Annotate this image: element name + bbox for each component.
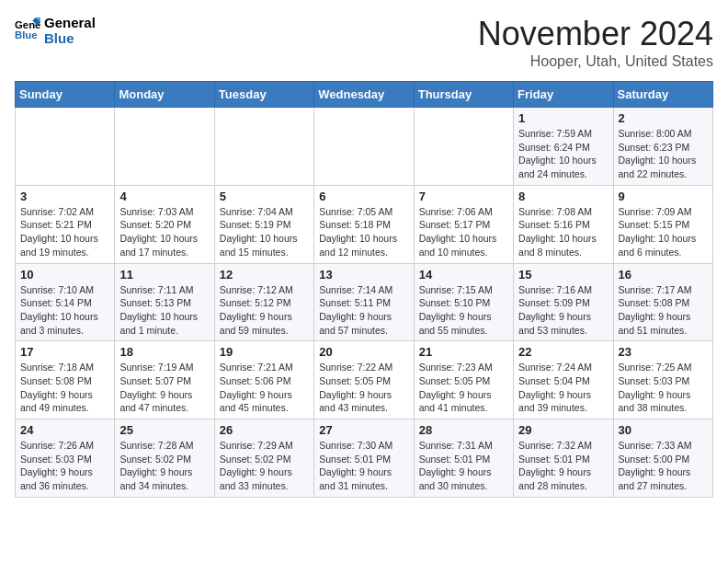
day-number: 8 xyxy=(518,190,608,203)
header-monday: Monday xyxy=(115,82,214,108)
calendar-cell: 15Sunrise: 7:16 AM Sunset: 5:09 PM Dayli… xyxy=(514,263,613,341)
title-area: November 2024 Hooper, Utah, United State… xyxy=(478,15,713,70)
day-number: 7 xyxy=(419,190,508,203)
location-title: Hooper, Utah, United States xyxy=(478,53,713,70)
logo-general: General xyxy=(44,15,96,30)
day-info: Sunrise: 7:29 AM Sunset: 5:02 PM Dayligh… xyxy=(220,439,309,493)
month-title: November 2024 xyxy=(478,15,713,53)
calendar-cell: 20Sunrise: 7:22 AM Sunset: 5:05 PM Dayli… xyxy=(314,341,414,419)
calendar-cell xyxy=(214,108,313,186)
day-info: Sunrise: 7:11 AM Sunset: 5:13 PM Dayligh… xyxy=(119,283,209,338)
calendar-cell: 24Sunrise: 7:26 AM Sunset: 5:03 PM Dayli… xyxy=(16,419,115,498)
calendar-cell: 16Sunrise: 7:17 AM Sunset: 5:08 PM Dayli… xyxy=(613,263,712,341)
day-info: Sunrise: 7:21 AM Sunset: 5:06 PM Dayligh… xyxy=(220,361,309,415)
header-sunday: Sunday xyxy=(16,82,115,108)
day-info: Sunrise: 7:22 AM Sunset: 5:05 PM Dayligh… xyxy=(319,361,408,415)
calendar-cell: 4Sunrise: 7:03 AM Sunset: 5:20 PM Daylig… xyxy=(115,185,214,263)
day-number: 26 xyxy=(220,423,309,437)
calendar-cell: 13Sunrise: 7:14 AM Sunset: 5:11 PM Dayli… xyxy=(314,263,414,341)
day-info: Sunrise: 7:24 AM Sunset: 5:04 PM Dayligh… xyxy=(518,361,608,415)
calendar-cell: 23Sunrise: 7:25 AM Sunset: 5:03 PM Dayli… xyxy=(613,341,712,419)
day-number: 10 xyxy=(20,268,109,282)
calendar-cell: 5Sunrise: 7:04 AM Sunset: 5:19 PM Daylig… xyxy=(214,185,313,263)
header-thursday: Thursday xyxy=(414,82,513,108)
header-saturday: Saturday xyxy=(613,82,712,108)
calendar-table: SundayMondayTuesdayWednesdayThursdayFrid… xyxy=(15,81,713,498)
day-number: 28 xyxy=(419,423,508,437)
calendar-cell: 1Sunrise: 7:59 AM Sunset: 6:24 PM Daylig… xyxy=(514,108,613,186)
day-info: Sunrise: 7:04 AM Sunset: 5:19 PM Dayligh… xyxy=(220,205,309,259)
day-number: 22 xyxy=(518,345,608,359)
day-info: Sunrise: 7:15 AM Sunset: 5:10 PM Dayligh… xyxy=(419,283,508,338)
header-friday: Friday xyxy=(514,82,613,108)
day-info: Sunrise: 7:09 AM Sunset: 5:15 PM Dayligh… xyxy=(619,205,708,259)
logo: General Blue General Blue xyxy=(15,15,96,46)
logo-icon: General Blue xyxy=(15,17,40,43)
calendar-cell: 28Sunrise: 7:31 AM Sunset: 5:01 PM Dayli… xyxy=(414,419,513,498)
svg-text:Blue: Blue xyxy=(15,29,38,40)
calendar-cell: 10Sunrise: 7:10 AM Sunset: 5:14 PM Dayli… xyxy=(16,263,115,341)
day-info: Sunrise: 7:03 AM Sunset: 5:20 PM Dayligh… xyxy=(119,205,209,259)
day-info: Sunrise: 7:17 AM Sunset: 5:08 PM Dayligh… xyxy=(619,283,708,338)
calendar-cell xyxy=(16,108,115,186)
day-number: 1 xyxy=(518,111,608,125)
day-number: 12 xyxy=(220,268,309,282)
day-info: Sunrise: 7:08 AM Sunset: 5:16 PM Dayligh… xyxy=(518,205,608,259)
calendar-cell: 22Sunrise: 7:24 AM Sunset: 5:04 PM Dayli… xyxy=(514,341,613,419)
calendar-week-1: 1Sunrise: 7:59 AM Sunset: 6:24 PM Daylig… xyxy=(16,108,713,186)
calendar-cell: 21Sunrise: 7:23 AM Sunset: 5:05 PM Dayli… xyxy=(414,341,513,419)
calendar-cell: 8Sunrise: 7:08 AM Sunset: 5:16 PM Daylig… xyxy=(514,185,613,263)
calendar-header-row: SundayMondayTuesdayWednesdayThursdayFrid… xyxy=(16,82,713,108)
day-info: Sunrise: 7:30 AM Sunset: 5:01 PM Dayligh… xyxy=(319,439,408,493)
day-number: 13 xyxy=(319,268,408,282)
day-info: Sunrise: 7:18 AM Sunset: 5:08 PM Dayligh… xyxy=(20,361,109,415)
day-info: Sunrise: 7:26 AM Sunset: 5:03 PM Dayligh… xyxy=(20,439,109,493)
calendar-cell xyxy=(314,108,414,186)
day-number: 6 xyxy=(319,190,408,203)
header: General Blue General Blue November 2024 … xyxy=(15,15,713,70)
day-info: Sunrise: 7:23 AM Sunset: 5:05 PM Dayligh… xyxy=(419,361,508,415)
day-info: Sunrise: 7:32 AM Sunset: 5:01 PM Dayligh… xyxy=(518,439,608,493)
calendar-cell: 11Sunrise: 7:11 AM Sunset: 5:13 PM Dayli… xyxy=(115,263,214,341)
day-number: 29 xyxy=(518,423,608,437)
day-number: 24 xyxy=(20,423,109,437)
calendar-cell: 27Sunrise: 7:30 AM Sunset: 5:01 PM Dayli… xyxy=(314,419,414,498)
calendar-cell: 3Sunrise: 7:02 AM Sunset: 5:21 PM Daylig… xyxy=(16,185,115,263)
day-number: 14 xyxy=(419,268,508,282)
day-number: 15 xyxy=(518,268,608,282)
calendar-cell: 18Sunrise: 7:19 AM Sunset: 5:07 PM Dayli… xyxy=(115,341,214,419)
calendar-cell: 14Sunrise: 7:15 AM Sunset: 5:10 PM Dayli… xyxy=(414,263,513,341)
day-info: Sunrise: 7:28 AM Sunset: 5:02 PM Dayligh… xyxy=(119,439,209,493)
day-number: 4 xyxy=(119,190,209,203)
calendar-week-5: 24Sunrise: 7:26 AM Sunset: 5:03 PM Dayli… xyxy=(16,419,713,498)
day-info: Sunrise: 7:19 AM Sunset: 5:07 PM Dayligh… xyxy=(119,361,209,415)
day-number: 16 xyxy=(619,268,708,282)
day-number: 5 xyxy=(220,190,309,203)
day-info: Sunrise: 7:06 AM Sunset: 5:17 PM Dayligh… xyxy=(419,205,508,259)
day-number: 25 xyxy=(119,423,209,437)
day-info: Sunrise: 7:12 AM Sunset: 5:12 PM Dayligh… xyxy=(220,283,309,338)
day-info: Sunrise: 7:25 AM Sunset: 5:03 PM Dayligh… xyxy=(619,361,708,415)
calendar-week-3: 10Sunrise: 7:10 AM Sunset: 5:14 PM Dayli… xyxy=(16,263,713,341)
calendar-cell: 26Sunrise: 7:29 AM Sunset: 5:02 PM Dayli… xyxy=(214,419,313,498)
day-number: 3 xyxy=(20,190,109,203)
day-number: 27 xyxy=(319,423,408,437)
day-info: Sunrise: 8:00 AM Sunset: 6:23 PM Dayligh… xyxy=(619,127,708,181)
day-info: Sunrise: 7:05 AM Sunset: 5:18 PM Dayligh… xyxy=(319,205,408,259)
calendar-week-4: 17Sunrise: 7:18 AM Sunset: 5:08 PM Dayli… xyxy=(16,341,713,419)
calendar-cell: 30Sunrise: 7:33 AM Sunset: 5:00 PM Dayli… xyxy=(613,419,712,498)
calendar-cell: 2Sunrise: 8:00 AM Sunset: 6:23 PM Daylig… xyxy=(613,108,712,186)
day-number: 23 xyxy=(619,345,708,359)
day-info: Sunrise: 7:33 AM Sunset: 5:00 PM Dayligh… xyxy=(619,439,708,493)
calendar-cell: 29Sunrise: 7:32 AM Sunset: 5:01 PM Dayli… xyxy=(514,419,613,498)
day-number: 2 xyxy=(619,111,708,125)
calendar-cell xyxy=(115,108,214,186)
day-info: Sunrise: 7:16 AM Sunset: 5:09 PM Dayligh… xyxy=(518,283,608,338)
day-number: 30 xyxy=(619,423,708,437)
header-wednesday: Wednesday xyxy=(314,82,414,108)
day-number: 21 xyxy=(419,345,508,359)
calendar-cell xyxy=(414,108,513,186)
calendar-cell: 17Sunrise: 7:18 AM Sunset: 5:08 PM Dayli… xyxy=(16,341,115,419)
day-number: 19 xyxy=(220,345,309,359)
day-info: Sunrise: 7:14 AM Sunset: 5:11 PM Dayligh… xyxy=(319,283,408,338)
